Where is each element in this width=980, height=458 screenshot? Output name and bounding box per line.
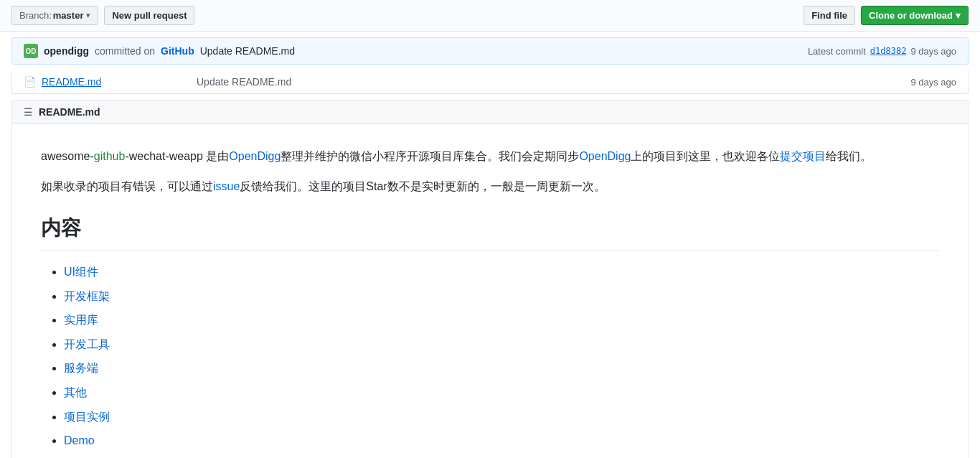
toc-link-framework[interactable]: 开发框架 — [64, 290, 110, 302]
avatar: OD — [24, 44, 38, 58]
latest-commit-label: Latest commit — [808, 46, 866, 57]
find-file-button[interactable]: Find file — [804, 6, 855, 25]
committed-verb: committed on — [95, 45, 155, 57]
toc-list: UI组件 开发框架 实用库 开发工具 服务端 其他 项目实例 Demo — [41, 263, 939, 450]
list-item: 开发工具 — [64, 335, 939, 354]
clone-download-label: Clone or download — [869, 10, 953, 21]
list-item: UI组件 — [64, 263, 939, 281]
intro-text-3: 整理并维护的微信小程序开源项目库集合。我们会定期同步 — [281, 150, 579, 162]
intro-submit-link[interactable]: 提交项目 — [780, 150, 826, 162]
toc-link-demo[interactable]: Demo — [64, 434, 95, 447]
commit-time-ago: 9 days ago — [910, 46, 956, 57]
intro-opendigg-link2[interactable]: OpenDigg — [579, 150, 631, 162]
commit-author[interactable]: opendigg — [44, 45, 89, 57]
commit-hash-link[interactable]: d1d8382 — [870, 46, 907, 56]
intro-paragraph: awesome-github-wechat-weapp 是由OpenDigg整理… — [41, 147, 939, 166]
commit-message: Update README.md — [200, 45, 295, 57]
branch-selector[interactable]: Branch: master ▾ — [11, 6, 98, 25]
list-item: 项目实例 — [64, 408, 939, 426]
commit-info-bar: OD opendigg committed on GitHub Update R… — [11, 37, 969, 65]
clone-or-download-button[interactable]: Clone or download ▾ — [861, 6, 969, 25]
intro-text-1: awesome- — [41, 150, 94, 162]
book-icon: ☰ — [24, 106, 33, 118]
list-item: Demo — [64, 431, 939, 450]
intro-github-link[interactable]: github — [94, 150, 126, 162]
second-paragraph: 如果收录的项目有错误，可以通过issue反馈给我们。这里的项目Star数不是实时… — [41, 177, 939, 196]
branch-label: Branch: — [19, 10, 52, 21]
list-item: 实用库 — [64, 311, 939, 330]
list-item: 其他 — [64, 383, 939, 402]
intro-text-4: 上的项目到这里，也欢迎各位 — [631, 150, 780, 162]
file-time: 9 days ago — [910, 77, 956, 88]
toc-link-ui[interactable]: UI组件 — [64, 266, 98, 278]
file-commit-message: Update README.md — [185, 76, 910, 88]
second-para-text1: 如果收录的项目有错误，可以通过 — [41, 180, 213, 192]
readme-header: ☰ README.md — [12, 101, 968, 124]
intro-text-5: 给我们。 — [826, 150, 872, 162]
new-pull-request-button[interactable]: New pull request — [104, 6, 194, 25]
file-name-link[interactable]: README.md — [42, 76, 185, 88]
dropdown-icon: ▾ — [956, 10, 961, 21]
toc-link-server[interactable]: 服务端 — [64, 362, 98, 374]
toc-link-tools[interactable]: 开发工具 — [64, 338, 110, 350]
branch-name: master — [53, 10, 84, 21]
file-row: 📄 README.md Update README.md 9 days ago — [11, 70, 969, 94]
toc-link-other[interactable]: 其他 — [64, 386, 87, 398]
issue-link[interactable]: issue — [213, 180, 240, 192]
toolbar-left: Branch: master ▾ New pull request — [11, 6, 194, 25]
toc-heading: 内容 — [41, 212, 939, 251]
second-para-text2: 反馈给我们。这里的项目Star数不是实时更新的，一般是一周更新一次。 — [240, 180, 605, 192]
intro-opendigg-link1[interactable]: OpenDigg — [229, 150, 281, 162]
readme-content: awesome-github-wechat-weapp 是由OpenDigg整理… — [12, 124, 968, 458]
committed-on-link[interactable]: GitHub — [161, 45, 194, 57]
file-icon: 📄 — [24, 76, 36, 88]
list-item: 开发框架 — [64, 287, 939, 306]
toc-link-examples[interactable]: 项目实例 — [64, 411, 110, 423]
toc-link-utils[interactable]: 实用库 — [64, 314, 98, 326]
commit-bar-left: OD opendigg committed on GitHub Update R… — [24, 44, 295, 58]
toolbar-right: Find file Clone or download ▾ — [804, 6, 969, 25]
intro-text-2: -wechat-weapp 是由 — [125, 150, 229, 162]
commit-bar-right: Latest commit d1d8382 9 days ago — [808, 46, 956, 57]
list-item: 服务端 — [64, 359, 939, 378]
readme-title: README.md — [39, 106, 100, 118]
repository-toolbar: Branch: master ▾ New pull request Find f… — [0, 0, 980, 32]
chevron-down-icon: ▾ — [86, 11, 90, 20]
readme-section: ☰ README.md awesome-github-wechat-weapp … — [11, 100, 969, 458]
